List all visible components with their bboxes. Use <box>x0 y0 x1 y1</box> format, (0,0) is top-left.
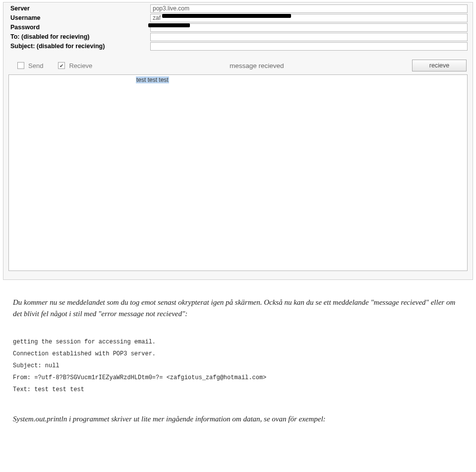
row-to: To: (disabled for recieving) <box>7 32 470 41</box>
controls-row: Send ✔ Recieve message recieved recieve <box>3 54 473 71</box>
console-line: From: =?utf-8?B?SGVucm1rIEZyaWRzdHLDtm0=… <box>13 372 458 384</box>
recieve-checkbox[interactable]: ✔ <box>58 62 65 69</box>
password-field[interactable] <box>150 23 468 32</box>
server-field[interactable] <box>150 4 468 13</box>
doc-paragraph-1: Du kommer nu se meddelandet som du tog e… <box>13 297 458 319</box>
recieve-button[interactable]: recieve <box>412 60 467 71</box>
to-field[interactable] <box>150 33 468 41</box>
subject-field[interactable] <box>150 42 468 51</box>
row-server: Server <box>7 3 470 13</box>
label-password: Password <box>7 24 146 31</box>
message-selected-text: test test test <box>136 76 169 83</box>
row-username: Username <box>7 13 470 22</box>
label-subject: Subject: (disabled for recieving) <box>7 43 146 50</box>
row-subject: Subject: (disabled for recieving) <box>7 41 470 51</box>
application-window: Test Frame Server Username Password To: … <box>3 2 473 280</box>
send-checkbox-wrap[interactable]: Send <box>17 62 43 69</box>
console-line: Connection established with POP3 server. <box>13 348 458 360</box>
document-body-2: System.out.println i programmet skriver … <box>0 401 476 439</box>
document-body: Du kommer nu se meddelandet som du tog e… <box>0 280 476 333</box>
redaction-bar <box>162 14 291 18</box>
recieve-checkbox-wrap[interactable]: ✔ Recieve <box>58 62 92 69</box>
console-line: Text: test test test <box>13 384 458 396</box>
message-textarea[interactable]: test test test <box>8 74 468 271</box>
console-line: getting the session for accessing email. <box>13 336 458 348</box>
label-to: To: (disabled for recieving) <box>7 33 146 40</box>
label-server: Server <box>7 5 146 12</box>
console-output: getting the session for accessing email.… <box>13 336 458 396</box>
console-line: Subject: null <box>13 360 458 372</box>
status-message: message recieved <box>107 62 406 69</box>
form-area: Server Username Password To: (disabled f… <box>3 2 473 54</box>
send-checkbox-label: Send <box>28 62 43 69</box>
redaction-bar <box>148 23 190 27</box>
recieve-checkbox-label: Recieve <box>69 62 92 69</box>
doc-paragraph-2: System.out.println i programmet skriver … <box>13 413 458 425</box>
label-username: Username <box>7 14 146 21</box>
author-line: Av: Henrik Fridström <box>0 439 476 472</box>
send-checkbox[interactable] <box>17 62 24 69</box>
row-password: Password <box>7 22 470 32</box>
